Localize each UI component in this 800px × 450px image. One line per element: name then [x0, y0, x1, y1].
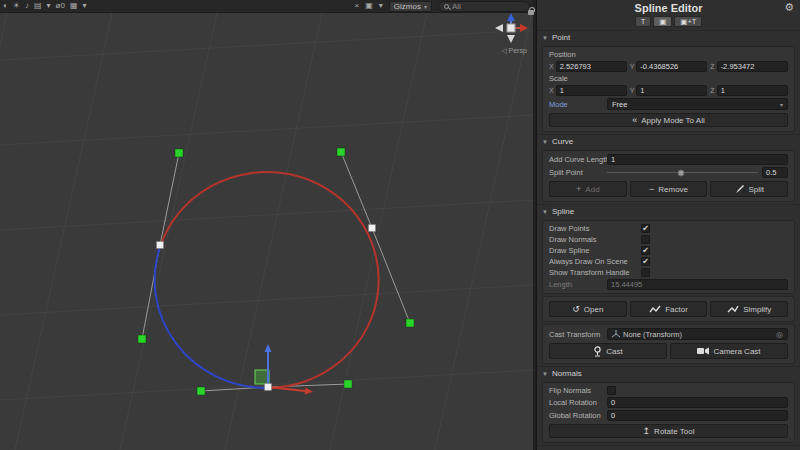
always-draw-label: Always Draw On Scene [549, 257, 641, 266]
split-point-slider[interactable] [607, 168, 758, 177]
zigzag-icon [727, 305, 739, 314]
split-point-value[interactable]: 0.5 [762, 167, 788, 178]
camera-caret-icon[interactable]: ▾ [379, 0, 383, 12]
local-rotation-field[interactable]: 0 [607, 397, 788, 408]
tool-settings-icon[interactable]: × [355, 0, 360, 12]
spline-knot[interactable] [157, 242, 164, 249]
gizmos-caret-icon: ▾ [424, 3, 427, 10]
spline-handle[interactable] [175, 149, 183, 157]
length-label: Length [549, 280, 607, 289]
section-curve-label: Curve [552, 137, 573, 146]
grid-icon[interactable]: ▦ [70, 0, 78, 12]
show-transform-handle-checkbox[interactable] [641, 268, 650, 277]
axis-z-label: Z [710, 63, 714, 70]
foldout-triangle-icon: ▼ [542, 209, 548, 215]
persp-label[interactable]: ◁ Persp [492, 47, 536, 55]
rotate-tool-button[interactable]: ↥ Rotate Tool [549, 424, 788, 438]
factor-label: Factor [665, 305, 688, 314]
add-curve-length-field[interactable]: 1 [607, 154, 788, 165]
section-drawer-foldout[interactable]: ▼ Drawer Tool [537, 445, 800, 450]
section-normals-foldout[interactable]: ▼ Normals [537, 366, 800, 380]
minus-icon: − [649, 185, 654, 194]
section-normals-label: Normals [552, 369, 582, 378]
object-picker-icon[interactable]: ◎ [776, 330, 783, 339]
split-button[interactable]: Split [710, 181, 788, 197]
effects-caret-icon[interactable]: ▾ [47, 0, 51, 12]
scene-view[interactable]: ◐ ☀ ♪ ▤ ▾ ø0 ▦ ▾ × ▣ ▾ Gizmos ▾ All [0, 0, 533, 450]
spline-knot[interactable] [265, 384, 272, 391]
cast-transform-object-field[interactable]: None (Transform) ◎ [607, 328, 788, 340]
foldout-triangle-icon: ▼ [542, 35, 548, 41]
shading-mode-icon[interactable]: ◐ [3, 0, 8, 12]
gear-icon[interactable]: ⚙ [784, 1, 794, 14]
scale-x-field[interactable]: 1 [556, 85, 627, 96]
position-label: Position [549, 50, 607, 59]
orientation-gizmo-axes[interactable] [492, 10, 536, 46]
lock-icon[interactable] [528, 10, 534, 15]
section-spline-foldout[interactable]: ▼ Spline [537, 204, 800, 218]
scale-y-field[interactable]: 1 [636, 85, 707, 96]
grid-line [0, 0, 10, 450]
spline-curve-red[interactable] [160, 172, 379, 388]
position-x-field[interactable]: 2.526793 [556, 61, 627, 72]
move-plane-handle[interactable] [255, 370, 269, 384]
global-rotation-field[interactable]: 0 [607, 410, 788, 421]
draw-spline-checkbox[interactable]: ✔ [641, 246, 650, 255]
move-arrow-right-head[interactable] [305, 388, 313, 395]
draw-points-label: Draw Points [549, 224, 641, 233]
tab-gizmo-translate[interactable]: ▣+T [674, 16, 702, 27]
grid-line [0, 115, 533, 145]
spline-knot[interactable] [369, 225, 376, 232]
add-curve-length-label: Add Curve Length [549, 155, 607, 164]
tab-translate[interactable]: T [635, 16, 652, 27]
draw-points-checkbox[interactable]: ✔ [641, 224, 650, 233]
axis-y-label: Y [630, 63, 635, 70]
always-draw-checkbox[interactable]: ✔ [641, 257, 650, 266]
scale-z-field[interactable]: 1 [717, 85, 788, 96]
knife-icon [734, 184, 744, 194]
effects-icon[interactable]: ▤ [34, 0, 42, 12]
simplify-button[interactable]: Simplify [710, 301, 788, 317]
axis-y-cone [507, 13, 515, 21]
position-z-field[interactable]: -2.953472 [717, 61, 788, 72]
move-arrow-up-head[interactable] [265, 344, 272, 352]
orientation-gizmo[interactable]: ◁ Persp [492, 10, 536, 56]
lighting-icon[interactable]: ☀ [13, 0, 20, 12]
draw-normals-checkbox[interactable] [641, 235, 650, 244]
hidden-objects-count[interactable]: ø0 [56, 0, 65, 12]
camera-cast-button[interactable]: Camera Cast [670, 343, 788, 359]
camera-icon[interactable]: ▣ [365, 0, 373, 12]
audio-icon[interactable]: ♪ [25, 0, 29, 12]
plus-icon: + [576, 185, 581, 194]
spline-handle[interactable] [344, 380, 352, 388]
section-curve-foldout[interactable]: ▼ Curve [537, 134, 800, 148]
apply-mode-to-all-button[interactable]: « Apply Mode To All [549, 113, 788, 127]
scene-viewport[interactable] [0, 0, 533, 450]
section-point-foldout[interactable]: ▼ Point [537, 30, 800, 44]
flip-normals-checkbox[interactable] [607, 386, 616, 395]
open-button[interactable]: ↺ Open [549, 301, 627, 317]
spline-handle[interactable] [337, 148, 345, 156]
factor-button[interactable]: Factor [630, 301, 708, 317]
position-y-field[interactable]: -0.4368526 [636, 61, 707, 72]
gizmos-dropdown[interactable]: Gizmos ▾ [389, 1, 432, 12]
spline-editor-panel: Spline Editor ⚙ T ▣ ▣+T ▼ Point Position… [537, 0, 800, 450]
tab-gizmo[interactable]: ▣ [653, 16, 672, 27]
axis-y-label: Y [630, 87, 635, 94]
move-arrow-right[interactable] [268, 387, 305, 391]
slider-knob[interactable] [677, 169, 684, 176]
mode-dropdown[interactable]: Free ▾ [607, 98, 788, 110]
cast-transform-value: None (Transform) [623, 330, 682, 339]
axis-z-label: Z [710, 87, 714, 94]
spline-handle[interactable] [197, 387, 205, 395]
spline-curve-blue[interactable] [155, 247, 266, 388]
remove-button[interactable]: − Remove [630, 181, 708, 197]
curve-group: Add Curve Length 1 Split Point 0.5 + Add… [542, 150, 795, 202]
cast-button[interactable]: Cast [549, 343, 667, 359]
spline-handle[interactable] [138, 335, 146, 343]
remove-label: Remove [658, 185, 688, 194]
local-rotation-label: Local Rotation [549, 398, 607, 407]
grid-caret-icon[interactable]: ▾ [83, 0, 87, 12]
add-button[interactable]: + Add [549, 181, 627, 197]
spline-handle[interactable] [406, 319, 414, 327]
